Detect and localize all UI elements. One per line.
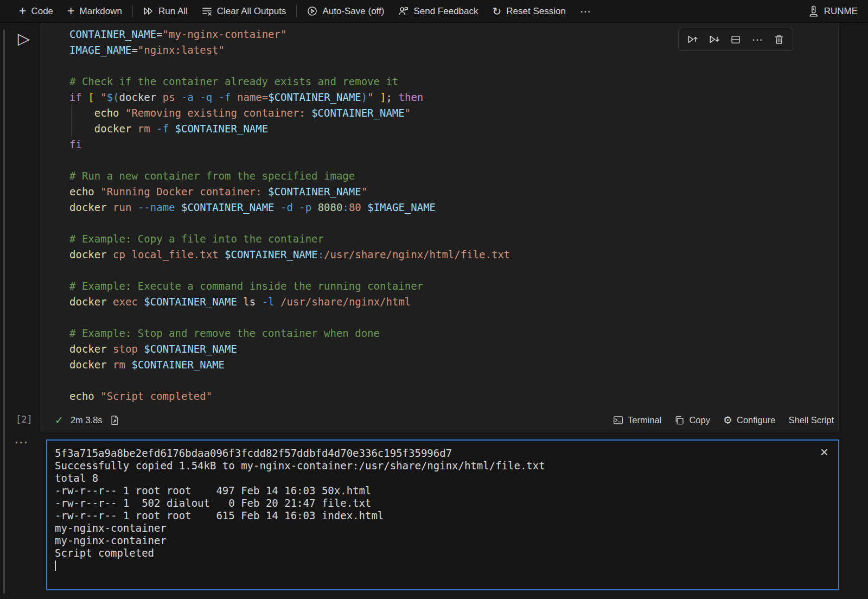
close-icon: × [820, 444, 828, 460]
runme-brand[interactable]: RUNME [801, 0, 865, 23]
add-code-label: Code [31, 6, 53, 17]
more-cell-actions-button[interactable]: ⋯ [748, 30, 767, 49]
more-icon: ⋯ [752, 33, 763, 46]
run-cell-button[interactable]: ▷ [15, 29, 33, 48]
code-lines[interactable]: CONTAINER_NAME="my-nginx-container"IMAGE… [69, 27, 510, 404]
configure-label: Configure [737, 415, 776, 425]
copy-button[interactable]: Copy [674, 415, 710, 425]
save-output-icon[interactable] [110, 415, 120, 425]
toolbar-separator [132, 5, 133, 17]
notebook-body: ▷ CONTAINER_NAME="my-nginx-container"IMA… [0, 23, 868, 599]
notebook-window: + Code + Markdown Run All Clear All Outp… [0, 0, 868, 599]
execution-count: [2] [16, 414, 33, 425]
reset-session-label: Reset Session [506, 6, 566, 17]
clear-all-outputs-button[interactable]: Clear All Outputs [195, 0, 293, 23]
language-picker[interactable]: Shell Script [789, 415, 834, 425]
terminal-cursor [55, 560, 56, 571]
copy-label: Copy [689, 415, 710, 425]
send-feedback-button[interactable]: Send Feedback [391, 0, 485, 23]
add-code-button[interactable]: + Code [12, 0, 60, 23]
add-markdown-label: Markdown [80, 6, 122, 17]
run-below-icon [709, 34, 720, 45]
runme-logo-icon [808, 5, 819, 17]
clear-all-outputs-label: Clear All Outputs [217, 6, 286, 17]
plus-icon: + [67, 5, 74, 17]
delete-cell-button[interactable] [770, 30, 788, 49]
language-label: Shell Script [789, 415, 834, 425]
run-all-label: Run All [158, 6, 188, 17]
run-all-icon [143, 6, 154, 16]
close-output-button[interactable]: × [818, 443, 831, 461]
clear-all-outputs-icon [202, 6, 212, 16]
copy-icon [674, 415, 685, 425]
more-actions-button[interactable]: ⋯ [573, 0, 598, 23]
plus-icon: + [19, 5, 26, 17]
add-markdown-button[interactable]: + Markdown [60, 0, 129, 23]
reset-session-icon: ↻ [493, 6, 502, 17]
configure-icon: ⚙ [723, 414, 732, 426]
reset-session-button[interactable]: ↻ Reset Session [486, 0, 573, 23]
cell-output-panel[interactable]: 5f3a715a9a8be2efd6176bdaa096f3fcdd82f57d… [46, 439, 839, 590]
send-feedback-icon [398, 6, 409, 16]
auto-save-icon [307, 6, 317, 16]
run-cell-icon: ▷ [18, 29, 30, 48]
delete-cell-icon [774, 34, 784, 45]
cell-toolbar: ⋯ [678, 28, 793, 51]
code-cell-editor[interactable]: CONTAINER_NAME="my-nginx-container"IMAGE… [41, 23, 839, 431]
auto-save-label: Auto-Save (off) [322, 6, 384, 17]
split-cell-icon [730, 34, 741, 45]
cell-focus-indicator [3, 29, 5, 594]
execution-duration: 2m 3.8s [71, 415, 103, 425]
more-icon: ⋯ [580, 6, 591, 17]
toolbar-separator [296, 5, 297, 17]
cell-status-bar: ✓ 2m 3.8s Terminal Copy ⚙ Config [41, 409, 838, 431]
output-lines: 5f3a715a9a8be2efd6176bdaa096f3fcdd82f57d… [55, 447, 545, 571]
run-all-button[interactable]: Run All [136, 0, 195, 23]
terminal-button[interactable]: Terminal [613, 415, 661, 425]
auto-save-toggle[interactable]: Auto-Save (off) [300, 0, 391, 23]
execute-below-button[interactable] [705, 30, 723, 49]
run-above-icon [687, 34, 698, 45]
terminal-label: Terminal [628, 415, 661, 425]
execute-above-button[interactable] [683, 30, 701, 49]
cell-kebab-icon: ⋯ [14, 434, 29, 450]
runme-brand-label: RUNME [824, 6, 858, 17]
output-kebab-menu[interactable]: ⋯ [14, 434, 29, 451]
split-cell-button[interactable] [726, 30, 745, 49]
notebook-toolbar: + Code + Markdown Run All Clear All Outp… [0, 0, 868, 23]
success-check-icon: ✓ [55, 414, 63, 426]
send-feedback-label: Send Feedback [413, 6, 478, 17]
terminal-icon [613, 415, 623, 425]
configure-button[interactable]: ⚙ Configure [723, 414, 776, 426]
